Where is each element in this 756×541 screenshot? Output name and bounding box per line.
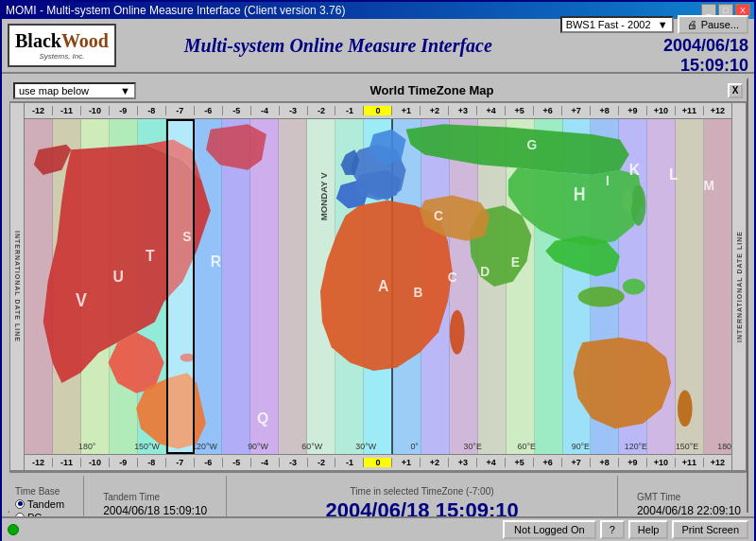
pause-button[interactable]: 🖨 Pause... [678,15,748,34]
svg-point-14 [450,310,465,355]
header-date: 2004/06/18 [663,36,748,56]
svg-text:90°W: 90°W [248,441,268,450]
tandem-time-label: Tandem Time [103,492,207,502]
main-header: Black Wood Systems, Inc. Multi-system On… [2,19,754,74]
svg-text:D: D [480,264,490,280]
map-area: INTERNATIONAL DATE LINE INTERNATIONAL DA… [9,102,747,471]
map-dropdown-arrow-icon: ▼ [120,85,130,96]
dropdown-arrow-icon: ▼ [658,19,668,30]
selected-tz-label: Time in selected TimeZone (-7:00) [351,486,494,497]
tandem-radio-item[interactable]: Tandem [15,498,64,510]
bottom-left [8,524,19,535]
system-dropdown[interactable]: BWS1 Fast - 2002 ▼ [560,16,674,33]
system-select-row: BWS1 Fast - 2002 ▼ 🖨 Pause... [560,15,748,34]
svg-text:0°: 0° [410,441,419,450]
tandem-radio-button[interactable] [15,499,25,509]
svg-text:Q: Q [257,409,268,427]
svg-point-20 [622,188,633,213]
help-button[interactable]: Help [628,520,669,539]
svg-text:H: H [574,183,586,204]
status-indicator [8,524,19,535]
svg-text:M: M [703,178,713,194]
header-right: BWS1 Fast - 2002 ▼ 🖨 Pause... 2004/06/18… [560,15,748,76]
svg-text:120°E: 120°E [625,441,647,450]
svg-text:S: S [182,228,192,244]
svg-text:G: G [526,137,537,153]
svg-text:90°E: 90°E [572,441,590,450]
header-time: 15:09:10 [663,56,748,76]
gmt-section: GMT Time 2004/06/18 22:09:10 [637,492,741,517]
window-title: MOMI - Multi-system Online Measure Inter… [6,4,345,17]
map-controls: use map below ▼ [13,82,136,99]
map-window: use map below ▼ World TimeZone Map X INT… [8,78,748,513]
svg-point-25 [623,278,645,294]
gmt-value: 2004/06/18 22:09:10 [637,504,741,517]
svg-text:I: I [606,172,610,188]
svg-text:C: C [434,208,444,224]
tandem-label: Tandem [27,498,64,510]
printer-icon: 🖨 [687,19,697,30]
svg-text:R: R [211,252,221,270]
gmt-label: GMT Time [637,492,741,502]
svg-text:30°E: 30°E [464,441,482,450]
tandem-time-value: 2004/06/18 15:09:10 [103,504,207,517]
bottom-bar: Not Logged On ? Help Print Screen [2,516,754,541]
ruler-top: -12 -11 -10 -9 -8 -7 -6 -5 -4 -3 -2 -1 0… [25,102,731,119]
svg-text:30°W: 30°W [355,441,376,450]
logo-black: Black [15,30,61,52]
left-date-line-label: INTERNATIONAL DATE LINE [9,102,25,471]
svg-text:B: B [413,284,422,300]
logo-box: Black Wood Systems, Inc. [8,24,116,67]
tandem-time-section: Tandem Time 2004/06/18 15:09:10 [103,492,207,517]
map-close-button[interactable]: X [728,83,743,98]
world-map-svg: V U T S R Q P A B C D E C H I [25,119,731,454]
app-title: Multi-system Online Measure Interface [124,35,553,57]
svg-text:150°E: 150°E [676,441,698,450]
logo-wood: Wood [61,30,109,52]
svg-text:E: E [511,253,521,270]
svg-text:U: U [113,267,124,285]
print-screen-button[interactable]: Print Screen [672,520,748,539]
window-frame: MOMI - Multi-system Online Measure Inter… [0,0,756,541]
map-content[interactable]: V U T S R Q P A B C D E C H I [25,119,731,454]
time-base-label: Time Base [15,486,64,497]
svg-text:A: A [378,277,388,295]
svg-text:K: K [629,160,640,178]
map-titlebar: use map below ▼ World TimeZone Map X [9,79,747,102]
svg-point-6 [180,354,195,362]
svg-point-24 [578,287,625,306]
datetime-display: 2004/06/18 15:09:10 [663,36,748,76]
system-dropdown-value: BWS1 Fast - 2002 [566,19,651,30]
svg-point-19 [631,185,646,226]
map-window-title: World TimeZone Map [136,83,728,97]
svg-point-23 [678,390,693,427]
svg-text:120°W: 120°W [192,441,217,450]
logo-text: Black Wood [15,30,109,52]
question-button[interactable]: ? [600,520,625,539]
svg-text:60°W: 60°W [301,441,322,450]
pause-label: Pause... [701,19,739,30]
logo-tagline: Systems, Inc. [39,52,84,61]
ruler-bottom: -12 -11 -10 -9 -8 -7 -6 -5 -4 -3 -2 -1 0… [25,454,731,471]
svg-text:60°E: 60°E [518,441,536,450]
svg-text:T: T [146,247,155,265]
not-logged-button[interactable]: Not Logged On [503,520,596,539]
right-date-line-label: INTERNATIONAL DATE LINE [731,102,747,471]
svg-text:180: 180 [717,441,731,450]
svg-text:C: C [448,269,458,285]
bottom-right: Not Logged On ? Help Print Screen [503,520,748,539]
map-dropdown[interactable]: use map below ▼ [13,82,136,99]
svg-text:180°: 180° [78,441,96,450]
svg-text:V: V [76,290,87,311]
svg-text:MONDAY V: MONDAY V [319,172,329,221]
svg-text:L: L [669,166,679,183]
map-inner: -12 -11 -10 -9 -8 -7 -6 -5 -4 -3 -2 -1 0… [25,102,731,471]
svg-text:150°W: 150°W [134,441,160,450]
map-dropdown-label: use map below [19,85,89,96]
